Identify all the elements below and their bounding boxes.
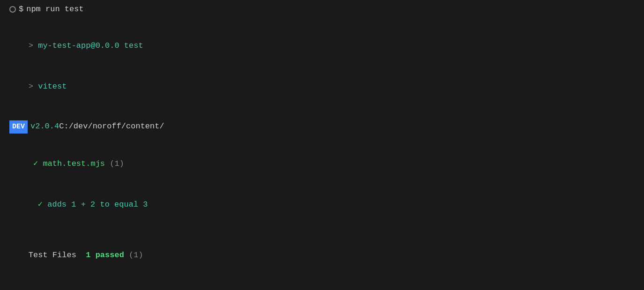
output-line-2: > vitest — [9, 67, 635, 107]
path-text: C:/dev/noroff/content/ — [59, 120, 164, 134]
test-case-line: ✓ adds 1 + 2 to equal 3 — [9, 185, 635, 225]
package-name: my-test-app@0.0.0 test — [38, 41, 143, 50]
version-text: v2.0.4 — [30, 120, 59, 134]
arrow-1: > — [29, 41, 38, 50]
dev-line: DEV v2.0.4 C:/dev/noroff/content/ — [9, 120, 635, 134]
output-line-1: > my-test-app@0.0.0 test — [9, 26, 635, 67]
prompt-command: npm run test — [26, 5, 83, 14]
blank-line-3 — [9, 225, 635, 236]
check-icon-1: ✓ — [29, 159, 43, 168]
section-gap-1 — [9, 107, 635, 120]
arrow-2: > — [29, 82, 38, 91]
test-files-passed: 1 passed — [86, 251, 124, 260]
check-icon-2: ✓ — [38, 200, 47, 209]
vitest-command: vitest — [38, 82, 67, 91]
dev-badge: DEV — [9, 120, 28, 134]
filename-text: math.test.mjs — [43, 159, 110, 168]
blank-line-2 — [9, 134, 635, 144]
test-files-count: (1) — [124, 251, 143, 260]
test-description: adds 1 + 2 to equal 3 — [47, 200, 148, 209]
dollar-sign: $ — [19, 5, 23, 14]
prompt-line: $ npm run test — [9, 5, 635, 14]
circle-icon — [9, 6, 16, 13]
terminal-container: $ npm run test > my-test-app@0.0.0 test … — [9, 5, 635, 290]
test-count-1: (1) — [110, 159, 124, 168]
test-files-line: Test Files 1 passed (1) — [9, 236, 635, 276]
test-files-label: Test Files — [29, 251, 86, 260]
test-file-line: ✓ math.test.mjs (1) — [9, 144, 635, 185]
blank-line-1 — [9, 15, 635, 26]
tests-line: Tests 1 passed (1) — [9, 276, 635, 290]
